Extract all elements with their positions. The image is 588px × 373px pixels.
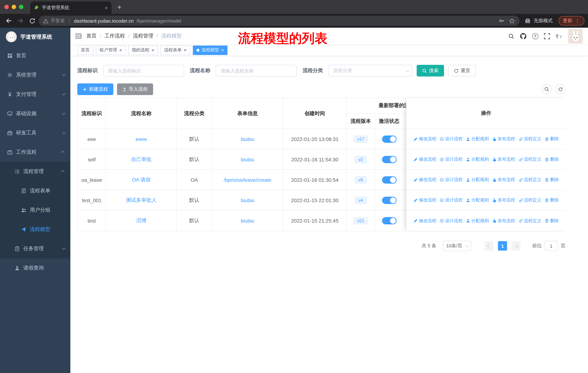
op-modify-link[interactable]: 修改流程	[413, 156, 436, 162]
op-assign-link[interactable]: 分配规则	[466, 177, 489, 183]
process-name-link[interactable]: OA 请假	[132, 176, 151, 183]
op-design-link[interactable]: 设计流程	[440, 218, 462, 224]
reset-button[interactable]: 重置	[448, 65, 476, 77]
process-name-link[interactable]: 测试多审批人	[126, 197, 157, 203]
tag-my-process[interactable]: 我的流程×	[128, 45, 158, 55]
github-icon[interactable]	[520, 33, 527, 40]
process-name-input[interactable]	[216, 65, 297, 77]
active-toggle[interactable]	[382, 156, 396, 163]
sidebar-item-user-group[interactable]: 用户分组	[0, 200, 70, 220]
close-icon[interactable]: ×	[221, 48, 224, 52]
sidebar-item-process-management[interactable]: 流程管理	[0, 162, 70, 181]
minimize-window-button[interactable]	[12, 5, 16, 9]
create-process-button[interactable]: 新建流程	[77, 83, 113, 95]
sidebar-item-dev-tools[interactable]: 研发工具	[0, 123, 70, 142]
process-name-link[interactable]: eeee	[136, 136, 147, 142]
goto-page-input[interactable]	[545, 241, 558, 251]
sidebar-item-process-model[interactable]: 流程模型	[0, 220, 70, 239]
browser-update-button[interactable]: 更新 ⋮	[558, 16, 584, 26]
category-select[interactable]: 流程分类	[328, 65, 412, 77]
app-logo[interactable]: 芋道管理系统	[0, 28, 70, 46]
active-toggle[interactable]	[382, 197, 396, 204]
tag-home[interactable]: 首页	[77, 45, 93, 55]
close-icon[interactable]: ×	[151, 48, 154, 52]
op-design-link[interactable]: 设计流程	[440, 177, 462, 183]
sidebar-item-task-management[interactable]: 任务管理	[0, 239, 70, 258]
op-delete-link[interactable]: 删除	[545, 156, 559, 162]
search-button[interactable]: 搜索	[417, 65, 444, 77]
op-delete-link[interactable]: 删除	[545, 218, 559, 224]
op-assign-link[interactable]: 分配规则	[466, 197, 489, 203]
op-modify-link[interactable]: 修改流程	[413, 177, 436, 183]
tab-close-icon[interactable]: ×	[105, 5, 108, 10]
tag-process-form[interactable]: 流程表单×	[160, 45, 190, 55]
active-toggle[interactable]	[382, 135, 396, 143]
op-definition-link[interactable]: 流程定义	[518, 177, 541, 183]
op-assign-link[interactable]: 分配规则	[466, 156, 489, 162]
process-name-link[interactable]: 自己审批	[131, 156, 151, 163]
security-status[interactable]: 不安全	[43, 18, 65, 24]
sidebar-item-workflow[interactable]: 工作流程	[0, 142, 70, 162]
sidebar-item-infrastructure[interactable]: 基础设施	[0, 104, 70, 123]
password-key-icon[interactable]	[499, 18, 504, 24]
user-avatar[interactable]	[568, 29, 583, 43]
back-icon[interactable]	[4, 16, 14, 26]
page-number-1[interactable]: 1	[498, 241, 507, 251]
op-design-link[interactable]: 设计流程	[440, 136, 462, 142]
op-definition-link[interactable]: 流程定义	[518, 156, 541, 162]
op-publish-link[interactable]: 发布流程	[492, 177, 515, 183]
op-assign-link[interactable]: 分配规则	[466, 136, 489, 142]
next-page-button[interactable]	[511, 241, 521, 251]
sidebar-item-system-management[interactable]: 系统管理	[0, 65, 70, 84]
op-modify-link[interactable]: 修改流程	[413, 197, 436, 203]
import-process-button[interactable]: 导入流程	[117, 83, 153, 95]
breadcrumb-item[interactable]: 流程管理	[133, 33, 158, 39]
op-modify-link[interactable]: 修改流程	[413, 218, 436, 224]
close-icon[interactable]: ×	[184, 48, 187, 52]
browser-menu-icon[interactable]: ⋮	[575, 18, 580, 24]
op-definition-link[interactable]: 流程定义	[518, 197, 541, 203]
op-publish-link[interactable]: 发布流程	[492, 156, 515, 162]
hamburger-icon[interactable]	[70, 33, 86, 39]
op-assign-link[interactable]: 分配规则	[466, 218, 489, 224]
close-icon[interactable]: ×	[119, 48, 122, 52]
help-icon[interactable]	[532, 33, 538, 39]
op-design-link[interactable]: 设计流程	[440, 156, 462, 162]
prev-page-button[interactable]	[484, 241, 494, 251]
form-info-link[interactable]: biubiu	[241, 197, 254, 203]
op-publish-link[interactable]: 发布流程	[492, 136, 515, 142]
active-toggle[interactable]	[382, 217, 396, 224]
show-search-button[interactable]	[542, 84, 552, 94]
breadcrumb-item[interactable]: 工作流程	[105, 33, 130, 39]
op-definition-link[interactable]: 流程定义	[518, 218, 541, 224]
bookmark-star-icon[interactable]	[509, 18, 515, 24]
close-window-button[interactable]	[4, 5, 9, 9]
active-toggle[interactable]	[382, 176, 396, 183]
op-delete-link[interactable]: 删除	[545, 177, 559, 183]
sidebar-item-leave-query[interactable]: 请假查询	[0, 258, 70, 278]
refresh-table-button[interactable]	[555, 84, 565, 94]
op-publish-link[interactable]: 发布流程	[492, 197, 515, 203]
op-design-link[interactable]: 设计流程	[440, 197, 462, 203]
font-size-icon[interactable]: TT	[556, 33, 562, 39]
form-info-link[interactable]: biubiu	[241, 136, 254, 142]
search-icon[interactable]	[508, 33, 514, 39]
sidebar-item-process-form[interactable]: 流程表单	[0, 181, 70, 200]
tag-tenant[interactable]: 租户管理×	[96, 45, 126, 55]
process-name-link[interactable]: 滔博	[136, 217, 146, 224]
browser-tab[interactable]: 芋道管理系统 ×	[30, 1, 112, 14]
form-info-link[interactable]: biubiu	[241, 218, 254, 224]
op-delete-link[interactable]: 删除	[545, 136, 559, 142]
forward-icon[interactable]	[15, 16, 26, 26]
process-id-input[interactable]	[103, 65, 184, 77]
form-info-link[interactable]: /bpm/oa/leave/create	[224, 177, 271, 183]
reload-icon[interactable]	[27, 16, 37, 26]
zoom-window-button[interactable]	[19, 5, 23, 9]
op-delete-link[interactable]: 删除	[545, 197, 559, 203]
tag-process-model[interactable]: 流程模型×	[193, 45, 228, 55]
op-modify-link[interactable]: 修改流程	[413, 136, 436, 142]
form-info-link[interactable]: biubiu	[241, 156, 254, 162]
sidebar-item-payment-management[interactable]: 支付管理	[0, 84, 70, 104]
op-definition-link[interactable]: 流程定义	[518, 136, 541, 142]
page-size-select[interactable]: 10条/页	[443, 241, 471, 251]
